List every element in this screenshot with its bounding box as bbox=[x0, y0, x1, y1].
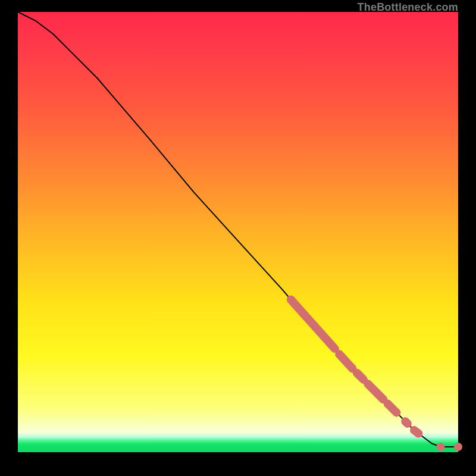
highlight-segment bbox=[291, 299, 335, 349]
highlight-segment bbox=[339, 354, 352, 368]
main-curve bbox=[18, 12, 458, 447]
plot-area bbox=[18, 12, 458, 452]
curve-svg bbox=[18, 12, 458, 452]
highlight-bars bbox=[291, 299, 419, 433]
highlight-segment bbox=[357, 373, 364, 380]
highlight-segment bbox=[368, 384, 383, 399]
chart-stage: TheBottleneck.com bbox=[0, 0, 476, 476]
highlight-segment bbox=[414, 430, 418, 434]
highlight-segment bbox=[405, 421, 408, 424]
highlight-point bbox=[454, 443, 462, 451]
highlight-segment bbox=[388, 404, 397, 413]
highlight-point bbox=[436, 443, 444, 451]
